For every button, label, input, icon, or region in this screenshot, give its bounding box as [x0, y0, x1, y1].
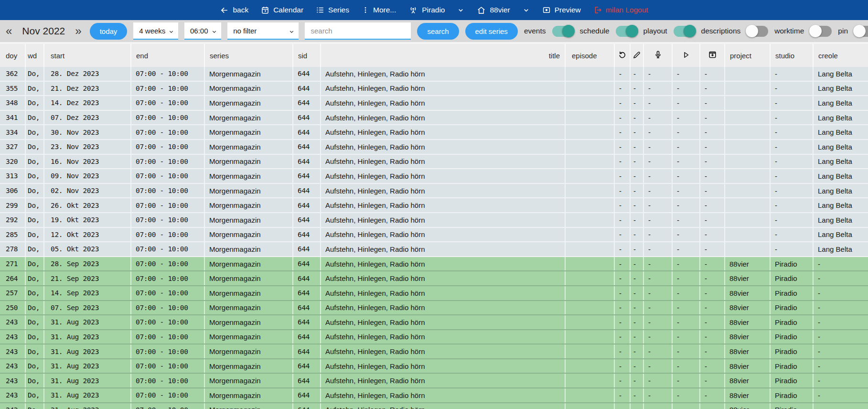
cell-sid: 644: [293, 155, 321, 169]
column-header-record[interactable]: [644, 44, 673, 67]
site-dropdown-chevron[interactable]: [523, 7, 530, 14]
table-row[interactable]: 320 Do, 16. Nov 2023 07:00 - 10:00 Morge…: [0, 155, 868, 170]
cell-series: Morgenmagazin: [205, 198, 293, 212]
cell-wd: Do,: [26, 169, 44, 183]
table-row[interactable]: 243 Do, 31. Aug 2023 07:00 - 10:00 Morge…: [0, 374, 868, 388]
table-row[interactable]: 362 Do, 28. Dez 2023 07:00 - 10:00 Morge…: [0, 67, 868, 82]
cell-title: Aufstehn, Hinlegen, Radio hörn: [321, 301, 566, 315]
back-button[interactable]: back: [220, 6, 248, 15]
time-select[interactable]: 06:00: [184, 22, 221, 40]
column-header-start[interactable]: start: [44, 44, 131, 67]
toggle-knob: [626, 25, 638, 37]
cell-undo: -: [615, 198, 631, 212]
table-row[interactable]: 243 Do, 31. Aug 2023 07:00 - 10:00 Morge…: [0, 403, 868, 409]
cell-start: 14. Sep 2023: [44, 286, 131, 300]
column-header-undo[interactable]: [615, 44, 631, 67]
preview-button[interactable]: Preview: [542, 6, 581, 14]
cell-undo: -: [615, 315, 631, 329]
cell-record: -: [644, 228, 673, 242]
table-row[interactable]: 285 Do, 12. Okt 2023 07:00 - 10:00 Morge…: [0, 228, 868, 243]
table-row[interactable]: 341 Do, 07. Dez 2023 07:00 - 10:00 Morge…: [0, 111, 868, 126]
cell-start: 14. Dez 2023: [44, 96, 131, 110]
column-header-project[interactable]: project: [725, 44, 771, 67]
table-row[interactable]: 243 Do, 31. Aug 2023 07:00 - 10:00 Morge…: [0, 388, 868, 403]
station-dropdown-chevron[interactable]: [457, 7, 464, 14]
cell-start: 28. Dez 2023: [44, 67, 131, 81]
cell-doy: 313: [0, 169, 26, 183]
column-header-end[interactable]: end: [131, 44, 205, 67]
toggle-events[interactable]: [552, 26, 574, 37]
cell-studio: Piradio: [771, 271, 814, 285]
cell-series: Morgenmagazin: [205, 184, 293, 198]
cell-undo: -: [615, 82, 631, 96]
cell-series: Morgenmagazin: [205, 228, 293, 242]
column-header-sid[interactable]: sid: [293, 44, 321, 67]
calendar-nav-button[interactable]: Calendar: [261, 6, 303, 14]
toggle-playout[interactable]: [674, 26, 695, 37]
cell-title: Aufstehn, Hinlegen, Radio hörn: [321, 374, 566, 387]
cell-title: Aufstehn, Hinlegen, Radio hörn: [321, 198, 566, 212]
cell-creole: Lang Belta: [814, 169, 868, 183]
table-row[interactable]: 306 Do, 02. Nov 2023 07:00 - 10:00 Morge…: [0, 184, 868, 199]
prev-period-button[interactable]: «: [4, 25, 14, 37]
cell-import: -: [700, 184, 725, 198]
column-header-import[interactable]: [700, 44, 725, 67]
table-row[interactable]: 243 Do, 31. Aug 2023 07:00 - 10:00 Morge…: [0, 344, 868, 359]
cell-episode: [566, 111, 615, 125]
today-button[interactable]: today: [90, 23, 128, 40]
table-row[interactable]: 313 Do, 09. Nov 2023 07:00 - 10:00 Morge…: [0, 169, 868, 184]
table-row[interactable]: 292 Do, 19. Okt 2023 07:00 - 10:00 Morge…: [0, 213, 868, 228]
table-row[interactable]: 348 Do, 14. Dez 2023 07:00 - 10:00 Morge…: [0, 96, 868, 111]
table-row[interactable]: 278 Do, 05. Okt 2023 07:00 - 10:00 Morge…: [0, 242, 868, 257]
column-header-episode[interactable]: episode: [566, 44, 615, 67]
edit-series-button[interactable]: edit series: [465, 23, 518, 40]
station-button[interactable]: Piradio: [408, 5, 445, 15]
column-header-play[interactable]: [673, 44, 700, 67]
cell-doy: 243: [0, 388, 26, 402]
table-row[interactable]: 243 Do, 31. Aug 2023 07:00 - 10:00 Morge…: [0, 359, 868, 374]
table-row[interactable]: 243 Do, 31. Aug 2023 07:00 - 10:00 Morge…: [0, 330, 868, 345]
cell-edit: -: [631, 257, 644, 271]
cell-creole: Lang Belta: [814, 111, 868, 125]
column-header-wd[interactable]: wd: [26, 44, 44, 67]
table-row[interactable]: 264 Do, 21. Sep 2023 07:00 - 10:00 Morge…: [0, 271, 868, 286]
cell-project: [725, 140, 771, 154]
table-row[interactable]: 257 Do, 14. Sep 2023 07:00 - 10:00 Morge…: [0, 286, 868, 301]
cell-doy: 292: [0, 213, 26, 227]
cell-episode: [566, 169, 615, 183]
toggle-descriptions[interactable]: [747, 26, 768, 37]
toggle-schedule[interactable]: [616, 26, 637, 37]
column-header-creole[interactable]: creole: [814, 44, 868, 67]
table-row[interactable]: 250 Do, 07. Sep 2023 07:00 - 10:00 Morge…: [0, 301, 868, 316]
filter-select[interactable]: no filter: [227, 22, 299, 40]
logout-button[interactable]: milan Logout: [593, 6, 648, 14]
more-menu-button[interactable]: More...: [362, 6, 396, 14]
series-nav-button[interactable]: Series: [316, 6, 349, 14]
table-row[interactable]: 299 Do, 26. Okt 2023 07:00 - 10:00 Morge…: [0, 198, 868, 213]
cell-end: 07:00 - 10:00: [131, 286, 205, 300]
cell-creole: -: [814, 271, 868, 285]
table-row[interactable]: 355 Do, 21. Dez 2023 07:00 - 10:00 Morge…: [0, 82, 868, 97]
toggle-pin[interactable]: [854, 26, 868, 37]
next-period-button[interactable]: »: [73, 25, 83, 37]
cell-wd: Do,: [26, 344, 44, 358]
table-row[interactable]: 327 Do, 23. Nov 2023 07:00 - 10:00 Morge…: [0, 140, 868, 155]
column-header-series[interactable]: series: [205, 44, 293, 67]
table-row[interactable]: 334 Do, 30. Nov 2023 07:00 - 10:00 Morge…: [0, 125, 868, 140]
site-button[interactable]: 88vier: [477, 6, 510, 15]
cell-wd: Do,: [26, 271, 44, 285]
column-header-edit[interactable]: [631, 44, 644, 67]
table-row[interactable]: 271 Do, 28. Sep 2023 07:00 - 10:00 Morge…: [0, 257, 868, 272]
table-row[interactable]: 243 Do, 31. Aug 2023 07:00 - 10:00 Morge…: [0, 315, 868, 330]
cell-episode: [566, 257, 615, 271]
search-input[interactable]: [305, 22, 411, 40]
cell-record: -: [644, 271, 673, 285]
column-header-title[interactable]: title: [321, 44, 566, 67]
search-button[interactable]: search: [417, 23, 459, 40]
cell-doy: 271: [0, 257, 26, 271]
column-header-studio[interactable]: studio: [771, 44, 814, 67]
column-header-doy[interactable]: doy: [0, 44, 26, 67]
toggle-worktime[interactable]: [810, 26, 832, 37]
range-select[interactable]: 4 weeks: [133, 22, 178, 40]
cell-end: 07:00 - 10:00: [131, 67, 205, 81]
